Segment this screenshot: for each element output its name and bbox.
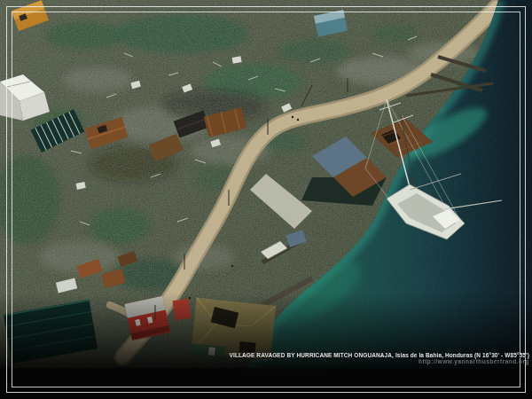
wallpaper-stage: VILLAGE RAVAGED BY HURRICANE MITCH ONGUA… (0, 0, 532, 399)
bottom-black-band (0, 368, 532, 399)
aerial-photo (0, 0, 532, 399)
